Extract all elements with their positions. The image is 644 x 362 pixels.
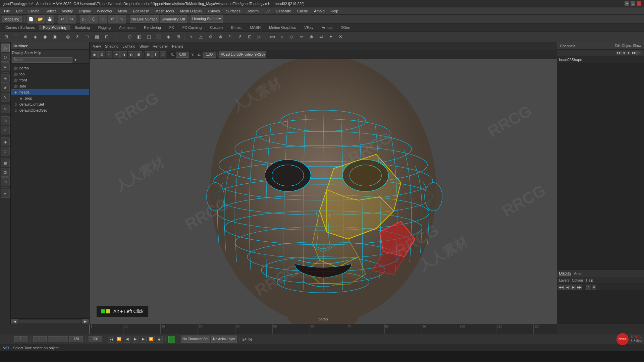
tab-rigging[interactable]: Rigging bbox=[94, 25, 115, 30]
outliner-scrollbar[interactable] bbox=[19, 320, 81, 323]
menu-item-mesh-tools[interactable]: Mesh Tools bbox=[153, 8, 176, 14]
delete-edge-btn[interactable]: ✕ bbox=[336, 32, 345, 42]
outliner-item-side[interactable]: 🎥 side bbox=[11, 83, 89, 89]
smooth-btn[interactable]: ○ bbox=[277, 32, 287, 42]
vp-renderer-menu[interactable]: Renderer bbox=[151, 44, 169, 48]
cb-object-menu[interactable]: Object bbox=[622, 44, 632, 48]
color-space-label[interactable]: ACES 1.0 SDR-video (sRGB) bbox=[219, 51, 266, 58]
menu-item-surfaces[interactable]: Surfaces bbox=[223, 8, 243, 14]
layer-fwd-btn[interactable]: ▶▶ bbox=[577, 285, 582, 290]
vp-camera-btn[interactable]: 🎥 bbox=[160, 51, 166, 58]
tab-vray[interactable]: VRay bbox=[300, 25, 317, 30]
outliner-item-heads[interactable]: ◈ heads bbox=[11, 89, 89, 95]
select-btn[interactable]: ▷ bbox=[80, 15, 89, 23]
snap-surf-btn[interactable]: ◈ bbox=[31, 32, 40, 42]
tab-fx-caching[interactable]: FX Caching bbox=[178, 25, 206, 30]
range-end-input[interactable]: 120 bbox=[69, 336, 83, 342]
lasso-btn[interactable]: ⬡ bbox=[89, 15, 98, 23]
timeline-ruler[interactable]: 1102030405060708090100110120 bbox=[90, 324, 557, 334]
bridge-btn[interactable]: ⬚ bbox=[144, 32, 154, 42]
cb-show-menu[interactable]: Show bbox=[633, 44, 641, 48]
collapse-btn[interactable]: △ bbox=[196, 32, 206, 42]
select-tool-btn[interactable]: ▷ bbox=[1, 44, 10, 52]
grid2-btn[interactable]: ⊞ bbox=[1, 177, 10, 186]
bevel-btn[interactable]: ◧ bbox=[135, 32, 144, 42]
fill-btn[interactable]: ⬛ bbox=[154, 32, 163, 42]
tab-curves-/-surfaces[interactable]: Curves / Surfaces bbox=[1, 25, 39, 30]
paint-select-btn[interactable]: ⬡ bbox=[1, 53, 10, 62]
menu-item-arnold[interactable]: Arnold bbox=[311, 8, 327, 14]
vp-light-btn[interactable]: ☀ bbox=[113, 51, 120, 58]
display-tab[interactable]: Display bbox=[559, 271, 571, 276]
menu-item-help[interactable]: Help bbox=[328, 8, 341, 14]
options-menu[interactable]: Options bbox=[572, 279, 583, 282]
soft-mod-btn[interactable]: ○ bbox=[1, 126, 10, 134]
menu-item-modify[interactable]: Modify bbox=[59, 8, 75, 14]
menu-item-create[interactable]: Create bbox=[26, 8, 42, 14]
slide-btn[interactable]: ▷ bbox=[255, 32, 264, 42]
tab-rendering[interactable]: Rendering bbox=[140, 25, 165, 30]
extrude-btn[interactable]: ⬡ bbox=[125, 32, 134, 42]
tab-poly-modeling[interactable]: Poly Modeling bbox=[39, 25, 70, 30]
vp-lighting-menu[interactable]: Lighting bbox=[121, 44, 137, 48]
universal-manip-btn[interactable]: ⊕ bbox=[1, 105, 10, 113]
new-scene-btn[interactable]: 📄 bbox=[27, 15, 36, 23]
channel-btn[interactable]: ≡ bbox=[1, 189, 10, 198]
snap-edge-btn[interactable]: ▣ bbox=[50, 32, 59, 42]
vp-y-input[interactable] bbox=[203, 52, 216, 58]
mel-label[interactable]: MEL bbox=[3, 346, 10, 350]
outliner-item-defaultobjectset[interactable]: ⊙ defaultObjectSet bbox=[11, 107, 89, 113]
range-start-input[interactable]: 1 bbox=[33, 336, 47, 342]
outliner-item-prop[interactable]: ◈ prop bbox=[11, 95, 89, 101]
symmetry-btn[interactable]: ⊼ bbox=[73, 32, 82, 42]
vp-hud-btn[interactable]: ℹ bbox=[152, 51, 159, 58]
snap-point-btn[interactable]: ⊕ bbox=[21, 32, 30, 42]
vp-aa-btn[interactable]: ▣ bbox=[135, 51, 142, 58]
merge-btn[interactable]: ◈ bbox=[164, 32, 173, 42]
outliner-item-top[interactable]: 🎥 top bbox=[11, 71, 89, 77]
no-live-surface-label[interactable]: No Live Surface bbox=[130, 15, 159, 23]
scale-btn[interactable]: ⤡ bbox=[117, 15, 126, 23]
menu-item-curves[interactable]: Curves bbox=[206, 8, 223, 14]
restore-button[interactable]: □ bbox=[631, 1, 635, 6]
tab-xgen[interactable]: XGen bbox=[337, 25, 354, 30]
tab-bifrost[interactable]: Bifrost bbox=[227, 25, 246, 30]
playback-goto-start-btn[interactable]: ⏮ bbox=[108, 336, 114, 343]
playback-prev-frame-btn[interactable]: ◀ bbox=[124, 336, 130, 343]
scale-tool-btn[interactable]: ⤡ bbox=[1, 93, 10, 102]
tab-fx[interactable]: FX bbox=[165, 25, 178, 30]
cb-arrow-prev[interactable]: ◀ bbox=[621, 51, 626, 55]
layers-menu[interactable]: Layers bbox=[559, 279, 569, 282]
vp-show-menu[interactable]: Show bbox=[138, 44, 150, 48]
move-tool-btn[interactable]: ✛ bbox=[1, 74, 10, 83]
menu-item-edit-mesh[interactable]: Edit Mesh bbox=[130, 8, 152, 14]
vp-wireframe-btn[interactable]: ⊡ bbox=[98, 51, 105, 58]
menu-item-cache[interactable]: Cache bbox=[294, 8, 311, 14]
outliner-item-front[interactable]: 🎥 front bbox=[11, 77, 89, 83]
boolean-btn[interactable]: ⊕ bbox=[307, 32, 316, 42]
menu-item-generate[interactable]: Generate bbox=[273, 8, 294, 14]
outliner-help-menu[interactable]: Help bbox=[34, 51, 41, 55]
move-btn[interactable]: ✛ bbox=[99, 15, 107, 23]
menu-item-windows[interactable]: Windows bbox=[94, 8, 115, 14]
menu-item-uv[interactable]: UV bbox=[262, 8, 272, 14]
obj-mode-btn[interactable]: □ bbox=[83, 32, 92, 42]
vp-shadow-btn[interactable]: ◑ bbox=[120, 51, 127, 58]
tab-sculpting[interactable]: Sculpting bbox=[71, 25, 94, 30]
vp-view-menu[interactable]: View bbox=[92, 44, 102, 48]
face-mode-btn[interactable]: ▦ bbox=[92, 32, 102, 42]
cb-edit-menu[interactable]: Edit bbox=[615, 44, 621, 48]
cleanup-btn[interactable]: ✦ bbox=[326, 32, 335, 42]
tab-animation[interactable]: Animation bbox=[115, 25, 140, 30]
anim-tab[interactable]: Anim bbox=[574, 272, 582, 276]
weld-btn[interactable]: ⊛ bbox=[216, 32, 225, 42]
cb-arrow-first[interactable]: ◀◀ bbox=[616, 51, 621, 55]
close-button[interactable]: ✕ bbox=[637, 1, 641, 6]
outliner-item-defaultlightset[interactable]: ⊙ defaultLightSet bbox=[11, 101, 89, 107]
menu-item-mesh-display[interactable]: Mesh Display bbox=[177, 8, 205, 14]
vert-mode-btn[interactable]: · bbox=[112, 32, 121, 42]
transfer-btn[interactable]: ⇄ bbox=[316, 32, 326, 42]
cb-expand-btn[interactable]: + bbox=[637, 51, 642, 55]
mirror-btn[interactable]: ⟺ bbox=[268, 32, 277, 42]
playback-prev-key-btn[interactable]: ⏪ bbox=[116, 336, 122, 343]
